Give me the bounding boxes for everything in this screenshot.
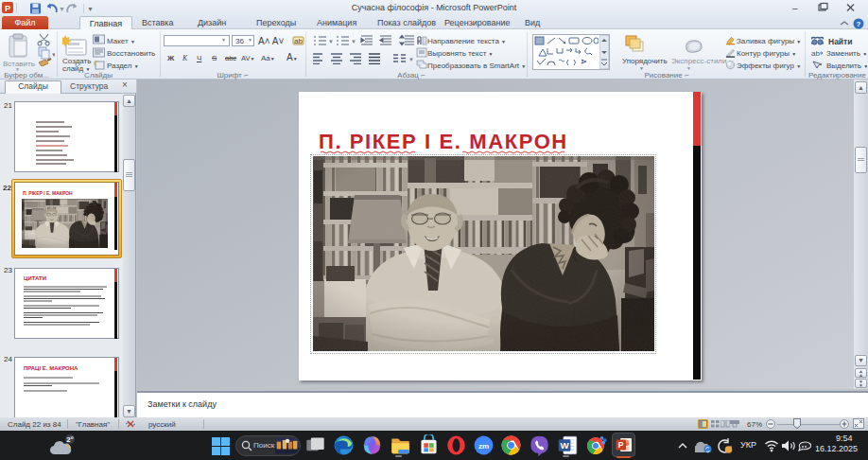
svg-text:▼: ▼ xyxy=(351,39,356,44)
svg-text:W: W xyxy=(560,440,569,451)
svg-text:ab: ab xyxy=(811,49,820,58)
svg-text:▼: ▼ xyxy=(51,52,55,58)
svg-text:P: P xyxy=(618,440,624,450)
svg-text:ab: ab xyxy=(294,37,303,45)
svg-text:–: – xyxy=(792,3,798,13)
svg-text:P: P xyxy=(5,4,10,13)
svg-text:?: ? xyxy=(857,20,861,28)
svg-text:2°: 2° xyxy=(66,435,74,444)
svg-text:▼: ▼ xyxy=(328,39,334,44)
svg-text:zm: zm xyxy=(478,442,489,451)
svg-text:▼: ▼ xyxy=(59,6,65,12)
svg-text:▼: ▼ xyxy=(87,6,94,12)
svg-text:▼: ▼ xyxy=(408,57,414,62)
